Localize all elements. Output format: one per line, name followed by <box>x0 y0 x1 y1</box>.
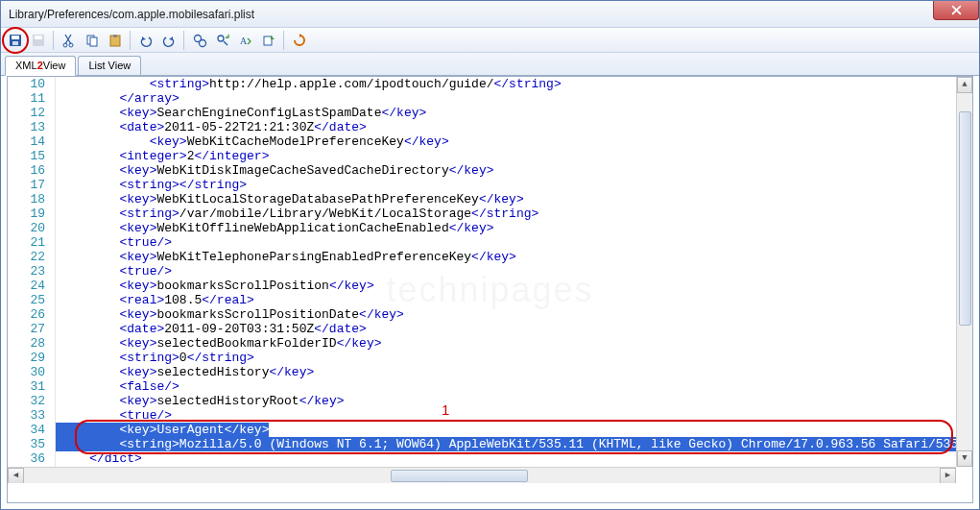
code-line[interactable]: 20 <key>WebKitOfflineWebApplicationCache… <box>8 221 956 235</box>
line-content[interactable]: <key>bookmarksScrollPosition</key> <box>56 279 374 293</box>
code-line[interactable]: 25 <real>108.5</real> <box>8 293 956 307</box>
code-line[interactable]: 18 <key>WebKitLocalStorageDatabasePathPr… <box>8 192 956 206</box>
line-content[interactable]: <string></string> <box>56 178 247 192</box>
line-content[interactable]: <key>UserAgent</key> <box>56 423 269 437</box>
vertical-scrollbar[interactable]: ▲ ▼ <box>956 77 972 467</box>
line-content[interactable]: <key>WebKitOfflineWebApplicationCacheEna… <box>56 221 494 235</box>
code-line[interactable]: 13 <date>2011-05-22T21:21:30Z</date> <box>8 120 956 134</box>
line-content[interactable]: <key>selectedHistory</key> <box>56 365 314 379</box>
saveas-button[interactable] <box>28 30 49 51</box>
goto-icon <box>261 33 276 48</box>
goto-button[interactable] <box>258 30 279 51</box>
code-line[interactable]: 29 <string>0</string> <box>8 351 956 365</box>
svg-rect-4 <box>35 36 42 39</box>
line-content[interactable]: <key>WebKitLocalStorageDatabasePathPrefe… <box>56 192 524 206</box>
line-number: 27 <box>8 322 56 336</box>
copy-button[interactable] <box>82 30 103 51</box>
refresh-button[interactable] <box>289 30 310 51</box>
line-content[interactable]: <integer>2</integer> <box>56 149 269 163</box>
line-content[interactable]: <false/> <box>56 379 179 394</box>
line-number: 32 <box>8 394 56 408</box>
code-line[interactable]: 31 <false/> <box>8 379 956 394</box>
code-line[interactable]: 27 <date>2011-09-20T03:31:50Z</date> <box>8 322 956 336</box>
code-line[interactable]: 15 <integer>2</integer> <box>8 149 956 163</box>
code-line[interactable]: 10 <string>http://help.apple.com/ipodtou… <box>8 77 956 91</box>
toolbar-separator <box>53 31 55 50</box>
line-content[interactable]: <real>108.5</real> <box>56 293 254 307</box>
scroll-thumb[interactable] <box>391 470 528 482</box>
line-content[interactable]: <date>2011-09-20T03:31:50Z</date> <box>56 322 367 336</box>
toolbar-separator <box>183 31 185 50</box>
line-content[interactable]: <key>WebKitCacheModelPreferenceKey</key> <box>56 134 449 149</box>
scroll-track[interactable] <box>957 93 972 450</box>
line-content[interactable]: </dict> <box>56 451 142 466</box>
code-line[interactable]: 34 <key>UserAgent</key> <box>8 423 956 437</box>
scroll-up-arrow[interactable]: ▲ <box>957 77 972 93</box>
findnext-icon <box>215 33 230 48</box>
redo-button[interactable] <box>158 30 179 51</box>
save-button[interactable] <box>5 30 26 51</box>
findnext-button[interactable] <box>212 30 233 51</box>
line-content[interactable]: <string>0</string> <box>56 351 254 365</box>
line-content[interactable]: <key>WebKitDiskImageCacheSavedCacheDirec… <box>56 163 494 178</box>
code-line[interactable]: 36 </dict> <box>8 451 956 466</box>
line-number: 18 <box>8 192 56 206</box>
code-line[interactable]: 30 <key>selectedHistory</key> <box>8 365 956 379</box>
line-content[interactable]: <key>WebKitTelephoneParsingEnabledPrefer… <box>56 250 516 264</box>
code-line[interactable]: 21 <true/> <box>8 235 956 250</box>
scroll-down-arrow[interactable]: ▼ <box>957 450 972 467</box>
horizontal-scrollbar[interactable]: ◀ ▶ <box>8 467 956 483</box>
line-content[interactable]: </array> <box>56 91 179 106</box>
code-line[interactable]: 22 <key>WebKitTelephoneParsingEnabledPre… <box>8 250 956 264</box>
code-line[interactable]: 32 <key>selectedHistoryRoot</key> <box>8 394 956 408</box>
tab-label: XML <box>15 60 37 71</box>
line-content[interactable]: <key>SearchEngineConfigLastSpamDate</key… <box>56 106 426 120</box>
code-editor[interactable]: 10 <string>http://help.apple.com/ipodtou… <box>8 77 972 483</box>
tab-list-view[interactable]: List View <box>78 56 141 75</box>
code-line[interactable]: 12 <key>SearchEngineConfigLastSpamDate</… <box>8 106 956 120</box>
scroll-track[interactable] <box>24 468 940 483</box>
code-line[interactable]: 17 <string></string> <box>8 178 956 192</box>
line-number: 19 <box>8 206 56 221</box>
scroll-left-arrow[interactable]: ◀ <box>8 468 24 483</box>
tab-xml-view[interactable]: XML2View <box>5 56 76 76</box>
svg-rect-2 <box>12 41 18 45</box>
line-content[interactable]: <true/> <box>56 235 172 250</box>
code-area[interactable]: 10 <string>http://help.apple.com/ipodtou… <box>8 77 956 467</box>
scroll-right-arrow[interactable]: ▶ <box>940 468 956 483</box>
save-icon <box>8 33 23 48</box>
line-content[interactable]: <string>/var/mobile/Library/WebKit/Local… <box>56 206 538 221</box>
svg-point-12 <box>200 39 206 46</box>
code-line[interactable]: 11 </array> <box>8 91 956 106</box>
code-line[interactable]: 19 <string>/var/mobile/Library/WebKit/Lo… <box>8 206 956 221</box>
line-content[interactable]: <string>Mozilla/5.0 (Windows NT 6.1; WOW… <box>56 437 956 451</box>
line-number: 25 <box>8 293 56 307</box>
line-content[interactable]: <true/> <box>56 408 172 423</box>
find-icon <box>192 33 207 48</box>
scroll-thumb[interactable] <box>959 111 971 326</box>
code-line[interactable]: 28 <key>selectedBookmarkFolderID</key> <box>8 336 956 351</box>
code-line[interactable]: 33 <true/> <box>8 408 956 423</box>
svg-rect-1 <box>12 36 19 39</box>
code-line[interactable]: 16 <key>WebKitDiskImageCacheSavedCacheDi… <box>8 163 956 178</box>
cut-button[interactable] <box>59 30 80 51</box>
line-content[interactable]: <key>selectedBookmarkFolderID</key> <box>56 336 381 351</box>
line-content[interactable]: <date>2011-05-22T21:21:30Z</date> <box>56 120 367 134</box>
code-line[interactable]: 14 <key>WebKitCacheModelPreferenceKey</k… <box>8 134 956 149</box>
line-content[interactable]: <key>selectedHistoryRoot</key> <box>56 394 344 408</box>
line-content[interactable]: <key>bookmarksScrollPositionDate</key> <box>56 307 404 322</box>
undo-button[interactable] <box>135 30 156 51</box>
paste-button[interactable] <box>105 30 126 51</box>
line-content[interactable]: <string>http://help.apple.com/ipodtouch/… <box>56 77 562 91</box>
line-content[interactable]: <true/> <box>56 264 172 279</box>
code-line[interactable]: 24 <key>bookmarksScrollPosition</key> <box>8 279 956 293</box>
line-number: 34 <box>8 423 56 437</box>
code-line[interactable]: 26 <key>bookmarksScrollPositionDate</key… <box>8 307 956 322</box>
code-line[interactable]: 35 <string>Mozilla/5.0 (Windows NT 6.1; … <box>8 437 956 451</box>
titlebar: Library/Preferences/com.apple.mobilesafa… <box>1 1 979 28</box>
replace-button[interactable]: A <box>235 30 256 51</box>
close-button[interactable] <box>933 1 979 20</box>
code-line[interactable]: 23 <true/> <box>8 264 956 279</box>
find-button[interactable] <box>189 30 210 51</box>
line-number: 35 <box>8 437 56 451</box>
